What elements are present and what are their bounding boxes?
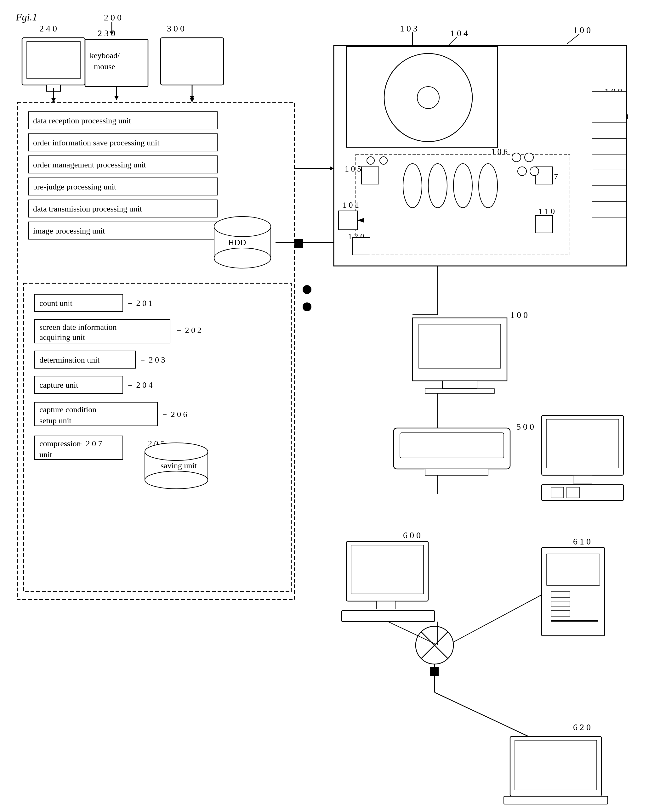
unit-data-trans: data transmission processing unit [33, 204, 142, 214]
svg-rect-89 [376, 601, 395, 609]
unit-screen-date1: screen date information [40, 323, 116, 332]
label-hdd: HDD [228, 238, 246, 247]
label-207: － 2 0 7 [76, 439, 102, 448]
label-620: 6 2 0 [573, 722, 591, 732]
svg-point-61 [479, 164, 498, 208]
svg-line-106 [435, 692, 535, 739]
svg-rect-108 [515, 740, 597, 790]
unit-order-info: order information save processing unit [33, 138, 160, 147]
svg-rect-69 [294, 239, 303, 248]
svg-rect-95 [551, 611, 570, 616]
label-101: 1 0 1 [343, 201, 359, 210]
svg-point-33 [145, 443, 208, 461]
unit-data-reception: data reception processing unit [33, 116, 131, 125]
unit-capture-cond2: setup unit [40, 416, 72, 425]
svg-line-102 [454, 595, 542, 642]
unit-screen-date2: acquiring unit [40, 333, 85, 342]
svg-rect-74 [443, 381, 477, 389]
svg-point-56 [367, 157, 374, 164]
svg-rect-88 [351, 545, 424, 594]
svg-point-34 [145, 471, 208, 489]
svg-point-59 [428, 164, 447, 208]
svg-point-57 [380, 157, 387, 164]
svg-rect-10 [160, 38, 224, 85]
svg-rect-67 [535, 215, 553, 233]
label-230: 2 3 0 [98, 28, 115, 38]
label-103: 1 0 3 [400, 24, 417, 33]
svg-rect-75 [425, 389, 494, 393]
label-203: － 2 0 3 [138, 355, 165, 364]
svg-line-35 [567, 34, 579, 44]
svg-rect-55 [362, 167, 379, 184]
svg-point-62 [512, 153, 521, 162]
svg-point-66 [530, 167, 539, 176]
svg-marker-111 [330, 166, 334, 171]
unit-compression1: compression [40, 439, 81, 448]
svg-rect-68 [353, 237, 370, 255]
svg-rect-85 [567, 487, 579, 498]
svg-rect-1 [27, 41, 80, 79]
svg-rect-81 [546, 419, 619, 468]
svg-rect-92 [546, 554, 600, 586]
label-110: 1 1 0 [538, 207, 555, 216]
label-500: 5 0 0 [516, 422, 534, 432]
label-206: － 2 0 6 [160, 410, 187, 419]
label-201: － 2 0 1 [126, 299, 153, 308]
label-100-mid: 1 0 0 [510, 310, 528, 320]
svg-rect-94 [551, 601, 570, 607]
svg-rect-79 [425, 469, 488, 475]
unit-compression2: unit [40, 450, 52, 459]
unit-saving: saving unit [160, 461, 197, 470]
label-106: 1 0 6 [491, 147, 508, 156]
unit-capture: capture unit [40, 380, 78, 389]
fig-label: Fgi.1 [16, 11, 37, 23]
svg-point-58 [403, 164, 422, 208]
svg-rect-96 [551, 620, 598, 622]
svg-marker-115 [190, 98, 194, 102]
label-202: － 2 0 2 [175, 326, 201, 335]
label-600: 6 0 0 [403, 530, 421, 540]
svg-point-21 [214, 217, 271, 237]
unit-count: count unit [40, 299, 72, 308]
svg-point-60 [454, 164, 472, 208]
svg-rect-84 [551, 487, 564, 498]
svg-marker-113 [51, 98, 56, 102]
label-300: 3 0 0 [167, 24, 184, 33]
label-204: － 2 0 4 [126, 380, 153, 389]
label-200: 2 0 0 [104, 13, 122, 22]
unit-image-proc: image processing unit [33, 226, 105, 236]
svg-rect-90 [342, 611, 435, 622]
svg-point-63 [525, 153, 533, 162]
label-105: 1 0 5 [345, 164, 361, 173]
dot-1 [303, 285, 311, 294]
svg-rect-109 [504, 796, 608, 804]
label-610: 6 1 0 [573, 537, 591, 546]
label-mouse: mouse [94, 62, 115, 71]
svg-rect-73 [419, 324, 501, 368]
svg-rect-78 [400, 433, 504, 458]
svg-marker-9 [114, 96, 119, 100]
svg-point-22 [214, 248, 271, 268]
label-240: 2 4 0 [40, 24, 57, 33]
label-keyboard: keyboad/ [90, 51, 120, 60]
svg-rect-53 [338, 211, 357, 230]
unit-determination: determination unit [40, 355, 100, 364]
label-100-top: 1 0 0 [573, 25, 591, 35]
label-104: 1 0 4 [450, 28, 468, 38]
unit-order-mgmt: order management processing unit [33, 160, 146, 169]
dot-2 [303, 302, 311, 311]
svg-rect-93 [551, 592, 570, 597]
unit-capture-cond1: capture condition [40, 405, 96, 414]
unit-prejudge: pre-judge processing unit [33, 182, 116, 192]
svg-point-41 [417, 87, 439, 109]
svg-point-65 [518, 167, 527, 176]
svg-rect-82 [573, 475, 592, 483]
